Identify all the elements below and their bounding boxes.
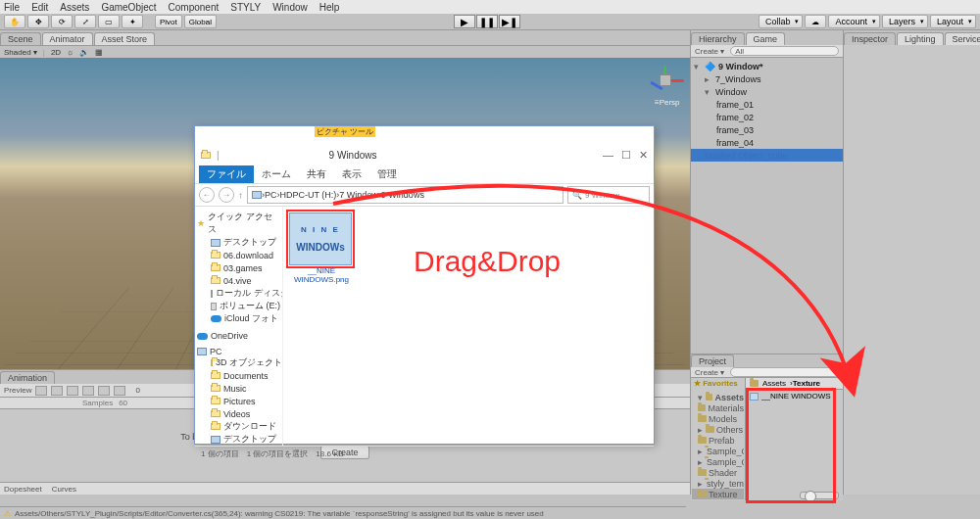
rotate-tool-button[interactable]: ⟳ (51, 15, 73, 28)
tab-lighting[interactable]: Lighting (897, 32, 944, 45)
nav-item[interactable]: Videos (197, 407, 280, 420)
hier-item[interactable]: frame_02 (691, 111, 843, 123)
file-thumbnail[interactable]: N I N E WINDOWs __NINEWINDOWS.png (289, 212, 354, 285)
nav-item[interactable]: 04.vive (197, 274, 280, 287)
up-button[interactable]: ↑ (238, 190, 243, 201)
anim-next-button[interactable] (98, 386, 110, 396)
gizmo-label: ≡Persp (655, 98, 680, 107)
hier-item-selected[interactable]: Masked Object_cube (691, 149, 843, 162)
anim-prev-button[interactable] (67, 386, 78, 396)
nav-item[interactable]: デスクトップ (197, 433, 280, 446)
play-button[interactable]: ▶ (454, 15, 475, 28)
tab-hierarchy[interactable]: Hierarchy (691, 32, 745, 45)
menu-edit[interactable]: Edit (31, 2, 48, 13)
layers-dropdown[interactable]: Layers (882, 15, 928, 28)
explorer-nav-tree[interactable]: ★クイック アクセス デスクトップ 06.download 03.games 0… (195, 207, 283, 446)
hier-item[interactable]: frame_04 (691, 136, 843, 149)
anim-last-button[interactable] (114, 386, 125, 396)
hier-scene-row[interactable]: ▾🔷 9 Window* (691, 60, 843, 72)
nav-item[interactable]: 03.games (197, 261, 280, 274)
maximize-button[interactable]: ☐ (621, 149, 631, 162)
menu-assets[interactable]: Assets (60, 2, 89, 13)
nav-item[interactable]: デスクトップ (197, 236, 280, 249)
gizmo-cube[interactable] (660, 74, 671, 86)
explorer-tab-manage[interactable]: 管理 (369, 165, 405, 183)
tab-animation[interactable]: Animation (0, 371, 55, 384)
anim-record-button[interactable] (35, 386, 47, 396)
hier-item[interactable]: ▾Window (691, 85, 843, 98)
pause-button[interactable]: ❚❚ (476, 15, 498, 28)
move-tool-button[interactable]: ✥ (27, 15, 49, 28)
forward-button[interactable]: → (219, 187, 234, 203)
menu-styly[interactable]: STYLY (230, 2, 261, 13)
tab-inspector[interactable]: Inspector (844, 32, 896, 45)
scale-tool-button[interactable]: ⤢ (74, 15, 96, 28)
nav-item[interactable]: ダウンロード (197, 420, 280, 433)
cloud-button[interactable]: ☁ (805, 15, 826, 28)
anim-frame-field[interactable]: 0 (135, 386, 139, 395)
hier-item[interactable]: frame_03 (691, 123, 843, 136)
hand-tool-button[interactable]: ✋ (4, 15, 25, 28)
back-button[interactable]: ← (199, 187, 215, 203)
audio-icon[interactable]: 🔊 (79, 48, 89, 57)
hier-create-dropdown[interactable]: Create ▾ (695, 47, 724, 56)
tab-game[interactable]: Game (746, 32, 786, 45)
nav-item[interactable]: ボリューム (E:) (197, 300, 280, 312)
step-button[interactable]: ▶❚ (499, 15, 520, 28)
explorer-file-list[interactable]: N I N E WINDOWs __NINEWINDOWS.png (283, 207, 654, 446)
tab-animator[interactable]: Animator (42, 32, 93, 45)
samples-field[interactable]: 60 (119, 399, 127, 407)
menu-bar[interactable]: File Edit Assets GameObject Component ST… (0, 0, 980, 14)
explorer-tab-share[interactable]: 共有 (299, 165, 334, 183)
fx-icon[interactable]: ▦ (95, 48, 103, 57)
tab-services[interactable]: Services (945, 32, 980, 45)
menu-gameobject[interactable]: GameObject (101, 2, 156, 13)
hier-item[interactable]: ▸7_Windows (691, 72, 843, 85)
account-dropdown[interactable]: Account (828, 15, 880, 28)
curves-tab[interactable]: Curves (52, 485, 76, 494)
tab-project[interactable]: Project (691, 354, 734, 367)
nav-item[interactable]: 06.download (197, 249, 280, 261)
nav-item[interactable]: Music (197, 382, 280, 395)
nav-item[interactable]: iCloud フォト (197, 312, 280, 325)
anim-first-button[interactable] (51, 386, 63, 396)
menu-window[interactable]: Window (272, 2, 308, 13)
proj-create-dropdown[interactable]: Create ▾ (695, 368, 724, 377)
orientation-gizmo[interactable]: ≡Persp (649, 64, 682, 97)
tab-asset-store[interactable]: Asset Store (94, 32, 156, 45)
lighting-icon[interactable]: ☼ (67, 48, 74, 57)
anim-play-button[interactable] (82, 386, 94, 396)
menu-file[interactable]: File (4, 2, 20, 13)
explorer-file-tab[interactable]: ファイル (199, 165, 254, 183)
menu-component[interactable]: Component (169, 2, 220, 13)
shaded-dropdown[interactable]: Shaded ▾ (4, 48, 37, 57)
proj-search-field[interactable] (730, 367, 839, 377)
scene-tabs[interactable]: Scene Animator Asset Store (0, 30, 690, 45)
explorer-tab-view[interactable]: 表示 (334, 165, 369, 183)
address-bar[interactable]: › PC › HDPC-UT (H:) › 7 Window › 9 Windo… (247, 186, 564, 204)
nav-item[interactable]: 3D オブジェクト (197, 356, 280, 369)
collab-dropdown[interactable]: Collab (759, 15, 804, 28)
console-warning-bar[interactable]: ⚠ Assets/Others/STYLY_Plugin/Scripts/Edi… (0, 506, 686, 519)
transform-tool-button[interactable]: ✦ (122, 15, 143, 28)
rect-tool-button[interactable]: ▭ (98, 15, 120, 28)
global-toggle[interactable]: Global (184, 15, 217, 28)
gizmo-x-axis[interactable] (670, 79, 684, 82)
hier-item[interactable]: frame_01 (691, 98, 843, 111)
hier-search-field[interactable]: All (730, 46, 839, 56)
explorer-tab-home[interactable]: ホーム (254, 165, 299, 183)
minimize-button[interactable]: — (603, 149, 613, 162)
nav-item[interactable]: ローカル ディスク... (197, 287, 280, 300)
dopesheet-tab[interactable]: Dopesheet (4, 485, 42, 494)
close-button[interactable]: ✕ (639, 149, 648, 162)
menu-help[interactable]: Help (319, 2, 340, 13)
2d-toggle[interactable]: 2D (51, 48, 61, 57)
explorer-search-input[interactable]: 🔍 9 Window... (567, 186, 650, 204)
pivot-toggle[interactable]: Pivot (155, 15, 182, 28)
project-tree[interactable]: ★ Favorites ▾Assets Materials Models ▸Ot… (691, 378, 746, 500)
nav-item[interactable]: Pictures (197, 395, 280, 407)
nav-item[interactable]: Documents (197, 369, 280, 382)
tab-scene[interactable]: Scene (0, 32, 41, 45)
layout-dropdown[interactable]: Layout (930, 15, 976, 28)
explorer-window[interactable]: ピクチャ ツール | 9 Windows — ☐ ✕ ファイル ホーム 共有 表… (194, 125, 655, 445)
